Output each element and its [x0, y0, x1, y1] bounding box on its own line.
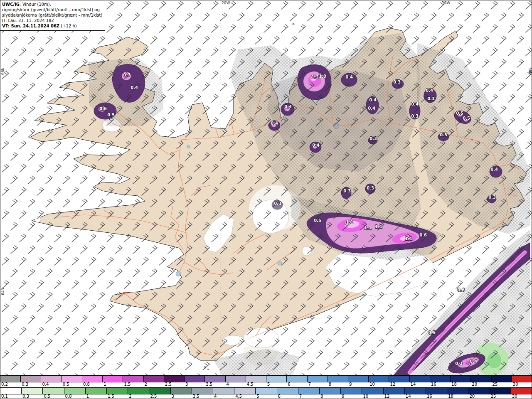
- weather-map: 20W15W66N64N66N 0.70.40.60.51.21.00.40.3…: [0, 0, 532, 375]
- colorbar-cell: [149, 388, 170, 394]
- precip-value-label: 1.2: [311, 75, 319, 79]
- colorbar-tick-label: 18: [447, 394, 453, 399]
- colorbar-sleet-snow-scale: 0.20.30.40.50.811.522.533.544.5567891012…: [0, 375, 532, 387]
- precip-value-label: 0.3: [369, 136, 377, 141]
- precip-value-label: 0.3: [488, 195, 496, 200]
- colorbar-cell: [298, 388, 320, 394]
- precip-value-label: 0.6: [457, 288, 465, 292]
- colorbar-tick-label: 25: [490, 394, 496, 399]
- colorbar-tick-label: 2: [128, 394, 131, 399]
- colorbar-tick-label: 30: [511, 394, 517, 399]
- legend-line-rain: rigning/skúrir (grænt/blátt/rautt - mm/1…: [2, 7, 102, 12]
- colorbar-tick-label: 4.5: [246, 382, 254, 387]
- colorbar-tick-label: 16: [426, 394, 432, 399]
- colorbar-tick-label: 20: [471, 382, 477, 387]
- precip-value-label: 0.4: [312, 143, 320, 148]
- colorbar-cell: [185, 376, 205, 382]
- colorbar-cell: [512, 376, 532, 382]
- colorbar-cell: [341, 388, 362, 394]
- legend-line-snow: slydda/snjókoma (grátt/bleikt/grænt - mm…: [2, 12, 102, 18]
- precip-value-label: 0.5: [107, 113, 115, 117]
- colorbar-cell: [246, 376, 266, 382]
- legend-valid-time: VT: Sun. 24.11.2024 06Z (+12 h): [2, 23, 102, 29]
- colorbar-tick-label: 1.5: [107, 394, 114, 399]
- precip-value-label: 0.3: [343, 189, 351, 193]
- colorbar-cell: [430, 376, 451, 382]
- precip-value-label: 0.6: [99, 106, 107, 111]
- colorbar-tick-label: 3: [185, 382, 188, 387]
- colorbar-cell: [389, 376, 409, 382]
- precip-value-label: 0.4: [271, 121, 278, 126]
- colorbar-cell: [86, 388, 107, 394]
- precip-value-label: 1.1: [375, 224, 382, 229]
- colorbar-cell: [0, 388, 22, 394]
- colorbar-cell: [447, 388, 468, 394]
- colorbar-cell: [410, 376, 430, 382]
- colorbar-cell: [287, 376, 307, 382]
- colorbar-tick-label: 1.5: [123, 382, 131, 387]
- precip-value-label: 0.4: [284, 104, 292, 109]
- colorbar-tick-label: 16: [430, 382, 436, 387]
- colorbar-cell: [21, 376, 41, 382]
- colorbar-tick-label: 8: [328, 382, 331, 387]
- colorbar-tick-label: 4: [213, 394, 217, 399]
- wind-barb-field: [0, 0, 532, 375]
- colorbar-tick-label: 9: [348, 382, 352, 387]
- colorbar-tick-label: 0.5: [43, 394, 50, 399]
- colorbar-cell: [328, 376, 348, 382]
- colorbar-tick-label: 25: [492, 382, 498, 387]
- colorbar-cell: [22, 388, 43, 394]
- colorbar-tick-label: 0.8: [64, 394, 72, 399]
- precip-value-label: 0.5: [314, 218, 321, 223]
- colorbar-tick-label: 1: [86, 394, 89, 399]
- colorbar-tick-label: 0.3: [21, 382, 28, 387]
- colorbar-tick-label: 2: [144, 382, 147, 387]
- colorbar-cell: [277, 388, 298, 394]
- colorbar-cell: [266, 376, 287, 382]
- colorbar-cell: [123, 376, 143, 382]
- colorbar-cell: [369, 376, 389, 382]
- precip-value-label: 0.4: [470, 359, 477, 364]
- colorbar-cell: [308, 376, 328, 382]
- colorbar-tick-label: 30: [512, 382, 518, 387]
- colorbars: 0.20.30.40.50.811.522.533.544.5567891012…: [0, 375, 532, 399]
- precip-value-label: 1.0: [319, 74, 326, 79]
- colorbar-cell: [144, 376, 164, 382]
- colorbar-cell: [64, 388, 86, 394]
- precip-value-label: 0.4: [426, 88, 433, 93]
- colorbar-tick-label: 0.8: [82, 382, 90, 387]
- precip-value-label: 0.5: [463, 116, 470, 121]
- colorbar-tick-label: 10: [362, 394, 368, 399]
- colorbar-cell: [384, 388, 405, 394]
- colorbar-tick-label: 5: [266, 382, 270, 387]
- colorbar-cell: [226, 376, 246, 382]
- colorbar-cell: [107, 388, 128, 394]
- precip-value-label: 1.1: [405, 236, 412, 241]
- precip-value-label: 0.5: [456, 111, 463, 116]
- precip-value-label: 0.3: [411, 114, 419, 118]
- precip-value-label: 0.4: [345, 75, 353, 79]
- colorbar-tick-label: 12: [389, 382, 395, 387]
- colorbar-tick-label: 6: [287, 382, 290, 387]
- colorbar-cell: [41, 376, 62, 382]
- colorbar-cell: [426, 388, 447, 394]
- colorbar-cell: [490, 388, 511, 394]
- colorbar-tick-label: 0.5: [62, 382, 69, 387]
- colorbar-cell: [82, 376, 103, 382]
- colorbar-tick-label: 6: [277, 394, 281, 399]
- colorbar-cell: [43, 388, 64, 394]
- colorbar-tick-label: 2.5: [164, 382, 172, 387]
- precip-value-label: 1.1: [364, 226, 372, 230]
- precip-value-label: 0.3: [455, 361, 463, 366]
- colorbar-tick-label: 5: [256, 394, 259, 399]
- precip-value-label: 0.4: [368, 106, 375, 111]
- colorbar-cell: [103, 376, 123, 382]
- precip-value-label: 0.3: [274, 201, 281, 206]
- precip-value-label: 0.4: [490, 167, 498, 172]
- colorbar-cell: [0, 376, 21, 382]
- colorbar-cell: [234, 388, 256, 394]
- colorbar-cell: [362, 388, 383, 394]
- weather-map-page: 20W15W66N64N66N 0.70.40.60.51.21.00.40.3…: [0, 0, 532, 399]
- colorbar-cell: [451, 376, 471, 382]
- colorbar-rain-scale: 0.10.30.50.811.522.533.544.5567891012141…: [0, 387, 532, 399]
